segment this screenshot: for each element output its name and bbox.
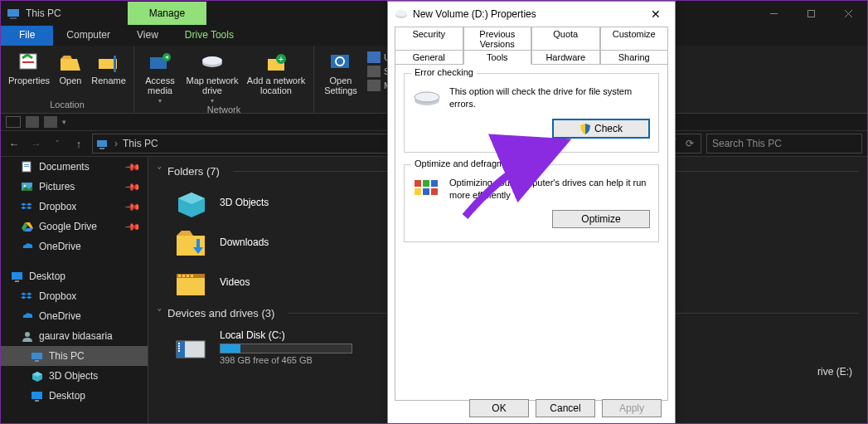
rename-label: Rename [91,76,126,85]
qa-icon-1[interactable] [26,116,39,128]
open-settings-label: Open Settings [319,76,362,95]
dialog-close-button[interactable]: ✕ [643,7,668,21]
sidebar-item-onedrive[interactable]: OneDrive [1,236,148,256]
tab-computer[interactable]: Computer [53,26,124,46]
qa-icon-2[interactable] [44,116,57,128]
svg-rect-22 [99,148,104,149]
access-media-button[interactable]: Access media ▾ [139,47,181,105]
open-settings-button[interactable]: Open Settings [319,47,362,111]
legend-optimize: Optimize and defragment drive [411,158,542,168]
dialog-tabs: SecurityPrevious VersionsQuotaCustomizeG… [388,27,675,64]
gdrv-icon [21,221,34,232]
sidebar-item-google-drive[interactable]: Google Drive📌 [1,217,148,236]
svg-rect-20 [44,116,57,128]
dialog-tab-previous-versions[interactable]: Previous Versions [463,27,532,51]
svg-rect-38 [178,275,181,277]
svg-rect-19 [26,116,39,128]
dialog-tab-security[interactable]: Security [395,27,463,51]
svg-rect-25 [24,166,29,167]
svg-rect-29 [15,280,19,282]
pin-icon: 📌 [124,218,142,236]
sidebar-item-desktop[interactable]: Desktop [1,266,148,286]
qa-checkbox[interactable] [6,116,21,128]
open-button[interactable]: Open [54,47,87,100]
sidebar-item-onedrive[interactable]: OneDrive [1,306,148,326]
context-tab-manage[interactable]: Manage [128,2,206,25]
forward-button[interactable]: → [27,138,44,150]
pin-icon: 📌 [124,198,142,216]
check-button[interactable]: Check [552,119,650,139]
app-icon [6,6,21,21]
svg-rect-1 [10,17,17,19]
sidebar-item-pictures[interactable]: Pictures📌 [1,177,148,197]
minimize-button[interactable] [755,1,793,26]
svg-rect-7 [22,61,34,63]
tab-view[interactable]: View [124,26,172,46]
svg-rect-31 [32,353,42,359]
dialog-tab-sharing[interactable]: Sharing [600,50,669,65]
error-checking-msg: This option will check the drive for fil… [449,85,650,110]
group-label-network: Network [139,105,308,116]
apply-button[interactable]: Apply [602,399,662,417]
svg-rect-33 [32,392,42,399]
svg-point-51 [415,92,439,102]
dialog-titlebar[interactable]: New Volume (D:) Properties ✕ [388,2,675,27]
rename-button[interactable]: Rename [89,47,129,100]
svg-rect-0 [7,9,19,17]
dialog-tab-general[interactable]: General [395,50,463,65]
svg-rect-57 [431,188,438,195]
properties-button[interactable]: Properties [6,47,52,100]
properties-label: Properties [8,76,50,85]
tab-drive-tools[interactable]: Drive Tools [172,26,247,46]
ok-button[interactable]: OK [469,399,529,417]
defrag-icon [413,177,441,202]
refresh-button[interactable]: ⟳ [682,138,697,149]
svg-rect-28 [12,272,22,280]
dialog-tab-tools[interactable]: Tools [463,50,532,65]
dialog-tab-hardware[interactable]: Hardware [531,50,600,65]
cancel-button[interactable]: Cancel [536,399,595,417]
svg-rect-46 [178,348,180,349]
svg-rect-44 [178,343,180,344]
sidebar-item-dropbox[interactable]: Dropbox📌 [1,197,148,217]
doc-icon [21,161,34,173]
3d-icon [31,370,44,382]
dialog-tab-customize[interactable]: Customize [600,27,669,51]
svg-rect-56 [423,188,429,195]
optimize-button[interactable]: Optimize [552,210,650,228]
map-drive-button[interactable]: Map network drive ▾ [182,47,242,105]
dialog-tab-quota[interactable]: Quota [531,27,600,51]
legend-error-checking: Error checking [411,67,477,77]
desk-icon [31,390,44,402]
tab-file[interactable]: File [1,26,53,46]
svg-rect-35 [177,236,205,256]
sidebar-item-documents[interactable]: Documents📌 [1,157,148,177]
sidebar-item-3d-objects[interactable]: 3D Objects [1,366,148,386]
user-icon [21,330,34,342]
sidebar-item-dropbox[interactable]: Dropbox [1,286,148,306]
add-location-button[interactable]: + Add a network location [244,47,308,105]
search-placeholder: Search This PC [712,138,782,149]
search-input[interactable]: Search This PC [706,134,862,154]
dbx-icon [21,290,34,302]
pic-icon [21,181,34,193]
local-disk-label: Local Disk (C:) [220,329,352,344]
maximize-button[interactable] [793,1,830,26]
device-e-label[interactable]: rive (E:) [817,366,852,378]
dialog-footer: OK Cancel Apply [469,399,662,417]
back-button[interactable]: ← [6,138,22,150]
sidebar-item-this-pc[interactable]: This PC [1,346,148,366]
sidebar-item-desktop[interactable]: Desktop [1,386,148,406]
access-media-label: Access media [139,76,181,95]
svg-rect-24 [24,164,29,165]
svg-point-30 [25,332,30,337]
sidebar-item-gaurav-bidasaria[interactable]: gaurav bidasaria [1,326,148,346]
recent-dropdown[interactable]: ˅ [49,139,65,148]
close-button[interactable] [830,1,867,26]
up-button[interactable]: ↑ [70,138,87,150]
svg-rect-34 [35,400,39,402]
desk-icon [11,270,24,282]
svg-rect-45 [178,345,180,347]
open-label: Open [60,76,82,85]
svg-rect-21 [97,140,107,147]
